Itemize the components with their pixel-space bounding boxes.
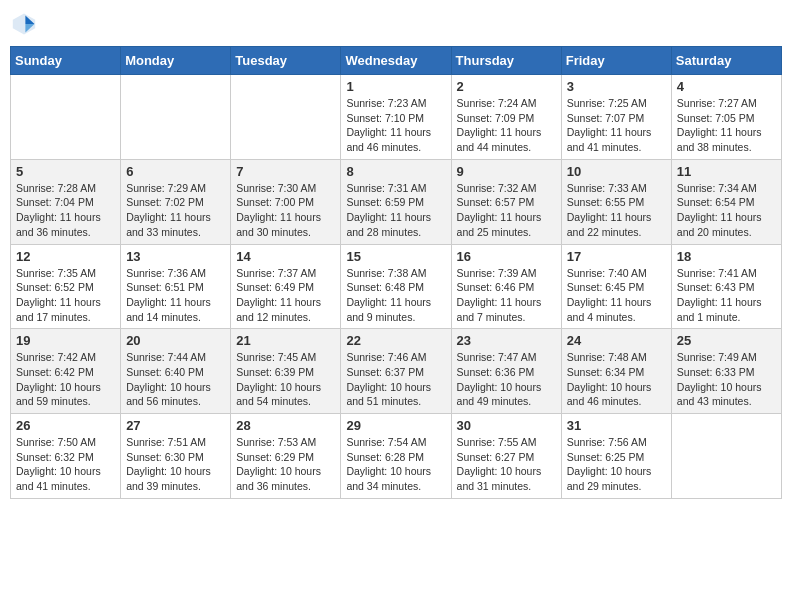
calendar-cell: 29Sunrise: 7:54 AM Sunset: 6:28 PM Dayli…: [341, 414, 451, 499]
day-number: 24: [567, 333, 666, 348]
calendar-cell: [231, 75, 341, 160]
day-info: Sunrise: 7:23 AM Sunset: 7:10 PM Dayligh…: [346, 96, 445, 155]
day-info: Sunrise: 7:44 AM Sunset: 6:40 PM Dayligh…: [126, 350, 225, 409]
calendar-cell: 10Sunrise: 7:33 AM Sunset: 6:55 PM Dayli…: [561, 159, 671, 244]
day-number: 11: [677, 164, 776, 179]
calendar-cell: 26Sunrise: 7:50 AM Sunset: 6:32 PM Dayli…: [11, 414, 121, 499]
calendar-cell: 27Sunrise: 7:51 AM Sunset: 6:30 PM Dayli…: [121, 414, 231, 499]
calendar-cell: 6Sunrise: 7:29 AM Sunset: 7:02 PM Daylig…: [121, 159, 231, 244]
calendar-cell: 24Sunrise: 7:48 AM Sunset: 6:34 PM Dayli…: [561, 329, 671, 414]
calendar-cell: 20Sunrise: 7:44 AM Sunset: 6:40 PM Dayli…: [121, 329, 231, 414]
day-info: Sunrise: 7:31 AM Sunset: 6:59 PM Dayligh…: [346, 181, 445, 240]
day-number: 3: [567, 79, 666, 94]
calendar-cell: 12Sunrise: 7:35 AM Sunset: 6:52 PM Dayli…: [11, 244, 121, 329]
day-info: Sunrise: 7:38 AM Sunset: 6:48 PM Dayligh…: [346, 266, 445, 325]
day-info: Sunrise: 7:53 AM Sunset: 6:29 PM Dayligh…: [236, 435, 335, 494]
calendar-cell: 16Sunrise: 7:39 AM Sunset: 6:46 PM Dayli…: [451, 244, 561, 329]
day-number: 15: [346, 249, 445, 264]
day-info: Sunrise: 7:54 AM Sunset: 6:28 PM Dayligh…: [346, 435, 445, 494]
calendar-header-row: SundayMondayTuesdayWednesdayThursdayFrid…: [11, 47, 782, 75]
calendar-cell: 17Sunrise: 7:40 AM Sunset: 6:45 PM Dayli…: [561, 244, 671, 329]
day-info: Sunrise: 7:47 AM Sunset: 6:36 PM Dayligh…: [457, 350, 556, 409]
calendar-header-tuesday: Tuesday: [231, 47, 341, 75]
calendar-header-friday: Friday: [561, 47, 671, 75]
day-number: 9: [457, 164, 556, 179]
calendar-table: SundayMondayTuesdayWednesdayThursdayFrid…: [10, 46, 782, 499]
calendar-cell: 3Sunrise: 7:25 AM Sunset: 7:07 PM Daylig…: [561, 75, 671, 160]
day-info: Sunrise: 7:37 AM Sunset: 6:49 PM Dayligh…: [236, 266, 335, 325]
logo-icon: [10, 10, 38, 38]
day-info: Sunrise: 7:42 AM Sunset: 6:42 PM Dayligh…: [16, 350, 115, 409]
day-number: 10: [567, 164, 666, 179]
day-number: 20: [126, 333, 225, 348]
day-info: Sunrise: 7:36 AM Sunset: 6:51 PM Dayligh…: [126, 266, 225, 325]
day-info: Sunrise: 7:56 AM Sunset: 6:25 PM Dayligh…: [567, 435, 666, 494]
day-info: Sunrise: 7:48 AM Sunset: 6:34 PM Dayligh…: [567, 350, 666, 409]
calendar-cell: 5Sunrise: 7:28 AM Sunset: 7:04 PM Daylig…: [11, 159, 121, 244]
calendar-cell: 28Sunrise: 7:53 AM Sunset: 6:29 PM Dayli…: [231, 414, 341, 499]
day-number: 28: [236, 418, 335, 433]
day-info: Sunrise: 7:40 AM Sunset: 6:45 PM Dayligh…: [567, 266, 666, 325]
calendar-cell: 11Sunrise: 7:34 AM Sunset: 6:54 PM Dayli…: [671, 159, 781, 244]
day-number: 22: [346, 333, 445, 348]
calendar-cell: 22Sunrise: 7:46 AM Sunset: 6:37 PM Dayli…: [341, 329, 451, 414]
day-number: 1: [346, 79, 445, 94]
calendar-header-saturday: Saturday: [671, 47, 781, 75]
calendar-cell: 2Sunrise: 7:24 AM Sunset: 7:09 PM Daylig…: [451, 75, 561, 160]
day-number: 26: [16, 418, 115, 433]
day-info: Sunrise: 7:39 AM Sunset: 6:46 PM Dayligh…: [457, 266, 556, 325]
logo: [10, 10, 40, 38]
calendar-week-2: 5Sunrise: 7:28 AM Sunset: 7:04 PM Daylig…: [11, 159, 782, 244]
day-number: 14: [236, 249, 335, 264]
day-info: Sunrise: 7:34 AM Sunset: 6:54 PM Dayligh…: [677, 181, 776, 240]
day-info: Sunrise: 7:25 AM Sunset: 7:07 PM Dayligh…: [567, 96, 666, 155]
calendar-week-1: 1Sunrise: 7:23 AM Sunset: 7:10 PM Daylig…: [11, 75, 782, 160]
day-number: 19: [16, 333, 115, 348]
calendar-cell: 18Sunrise: 7:41 AM Sunset: 6:43 PM Dayli…: [671, 244, 781, 329]
day-info: Sunrise: 7:49 AM Sunset: 6:33 PM Dayligh…: [677, 350, 776, 409]
day-info: Sunrise: 7:45 AM Sunset: 6:39 PM Dayligh…: [236, 350, 335, 409]
day-info: Sunrise: 7:24 AM Sunset: 7:09 PM Dayligh…: [457, 96, 556, 155]
day-number: 6: [126, 164, 225, 179]
day-number: 7: [236, 164, 335, 179]
day-info: Sunrise: 7:28 AM Sunset: 7:04 PM Dayligh…: [16, 181, 115, 240]
day-number: 13: [126, 249, 225, 264]
day-number: 4: [677, 79, 776, 94]
calendar-cell: 19Sunrise: 7:42 AM Sunset: 6:42 PM Dayli…: [11, 329, 121, 414]
day-number: 12: [16, 249, 115, 264]
calendar-cell: 14Sunrise: 7:37 AM Sunset: 6:49 PM Dayli…: [231, 244, 341, 329]
day-number: 16: [457, 249, 556, 264]
day-number: 8: [346, 164, 445, 179]
day-info: Sunrise: 7:33 AM Sunset: 6:55 PM Dayligh…: [567, 181, 666, 240]
calendar-cell: 8Sunrise: 7:31 AM Sunset: 6:59 PM Daylig…: [341, 159, 451, 244]
day-info: Sunrise: 7:41 AM Sunset: 6:43 PM Dayligh…: [677, 266, 776, 325]
calendar-header-wednesday: Wednesday: [341, 47, 451, 75]
calendar-cell: 4Sunrise: 7:27 AM Sunset: 7:05 PM Daylig…: [671, 75, 781, 160]
page-header: [10, 10, 782, 38]
day-info: Sunrise: 7:30 AM Sunset: 7:00 PM Dayligh…: [236, 181, 335, 240]
day-number: 5: [16, 164, 115, 179]
day-number: 29: [346, 418, 445, 433]
day-number: 31: [567, 418, 666, 433]
day-info: Sunrise: 7:27 AM Sunset: 7:05 PM Dayligh…: [677, 96, 776, 155]
calendar-cell: 1Sunrise: 7:23 AM Sunset: 7:10 PM Daylig…: [341, 75, 451, 160]
day-number: 21: [236, 333, 335, 348]
calendar-cell: 7Sunrise: 7:30 AM Sunset: 7:00 PM Daylig…: [231, 159, 341, 244]
day-number: 25: [677, 333, 776, 348]
day-info: Sunrise: 7:46 AM Sunset: 6:37 PM Dayligh…: [346, 350, 445, 409]
day-info: Sunrise: 7:32 AM Sunset: 6:57 PM Dayligh…: [457, 181, 556, 240]
calendar-header-monday: Monday: [121, 47, 231, 75]
calendar-cell: [671, 414, 781, 499]
calendar-cell: 31Sunrise: 7:56 AM Sunset: 6:25 PM Dayli…: [561, 414, 671, 499]
calendar-header-sunday: Sunday: [11, 47, 121, 75]
calendar-cell: 23Sunrise: 7:47 AM Sunset: 6:36 PM Dayli…: [451, 329, 561, 414]
calendar-week-3: 12Sunrise: 7:35 AM Sunset: 6:52 PM Dayli…: [11, 244, 782, 329]
day-number: 2: [457, 79, 556, 94]
calendar-week-5: 26Sunrise: 7:50 AM Sunset: 6:32 PM Dayli…: [11, 414, 782, 499]
day-info: Sunrise: 7:51 AM Sunset: 6:30 PM Dayligh…: [126, 435, 225, 494]
calendar-cell: 21Sunrise: 7:45 AM Sunset: 6:39 PM Dayli…: [231, 329, 341, 414]
calendar-cell: [11, 75, 121, 160]
calendar-header-thursday: Thursday: [451, 47, 561, 75]
calendar-cell: 9Sunrise: 7:32 AM Sunset: 6:57 PM Daylig…: [451, 159, 561, 244]
calendar-week-4: 19Sunrise: 7:42 AM Sunset: 6:42 PM Dayli…: [11, 329, 782, 414]
